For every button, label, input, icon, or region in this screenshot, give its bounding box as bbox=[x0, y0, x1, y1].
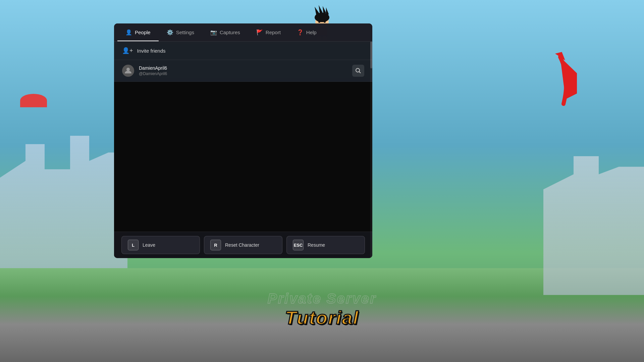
tab-captures[interactable]: 📷 Captures bbox=[202, 23, 248, 41]
nav-tabs: 👤 People ⚙️ Settings 📷 Captures 🚩 Report… bbox=[114, 23, 372, 42]
bottom-buttons: L Leave R Reset Character ESC Resume bbox=[114, 232, 372, 258]
resume-key-badge: ESC bbox=[293, 240, 304, 250]
svg-point-14 bbox=[126, 68, 130, 71]
bg-umbrella bbox=[20, 94, 47, 107]
svg-point-5 bbox=[315, 13, 329, 22]
reset-label: Reset Character bbox=[225, 242, 259, 248]
svg-line-16 bbox=[359, 72, 361, 73]
resume-button[interactable]: ESC Resume bbox=[286, 236, 365, 254]
resume-label: Resume bbox=[308, 242, 325, 248]
invite-icon: 👤+ bbox=[122, 47, 133, 54]
tab-captures-label: Captures bbox=[220, 29, 240, 35]
help-icon: ❓ bbox=[297, 30, 304, 35]
tab-help-label: Help bbox=[306, 29, 317, 35]
svg-point-7 bbox=[324, 21, 326, 23]
reset-key-badge: R bbox=[210, 240, 221, 250]
tab-people[interactable]: 👤 People bbox=[117, 23, 159, 41]
report-icon: 🚩 bbox=[256, 30, 263, 35]
invite-text: Invite friends bbox=[137, 48, 166, 54]
user-info: DamienApril6 @DamienApril6 bbox=[139, 65, 347, 76]
tab-people-label: People bbox=[135, 29, 151, 35]
leave-button[interactable]: L Leave bbox=[121, 236, 200, 254]
watermark: Private Server Tutorial bbox=[268, 291, 377, 328]
user-handle: @DamienApril6 bbox=[139, 71, 347, 76]
main-panel: 👤 People ⚙️ Settings 📷 Captures 🚩 Report… bbox=[114, 23, 372, 258]
user-row[interactable]: DamienApril6 @DamienApril6 bbox=[114, 60, 372, 82]
tab-settings-label: Settings bbox=[176, 29, 194, 35]
tab-report[interactable]: 🚩 Report bbox=[248, 23, 289, 41]
watermark-line2: Tutorial bbox=[268, 307, 377, 328]
svg-point-15 bbox=[356, 68, 360, 72]
svg-point-6 bbox=[318, 21, 320, 23]
tab-report-label: Report bbox=[266, 29, 281, 35]
invite-friends-row[interactable]: 👤+ Invite friends bbox=[114, 42, 372, 60]
watermark-line1: Private Server bbox=[268, 291, 377, 307]
tab-settings[interactable]: ⚙️ Settings bbox=[159, 23, 202, 41]
user-name: DamienApril6 bbox=[139, 65, 347, 71]
people-icon: 👤 bbox=[125, 30, 132, 35]
avatar bbox=[122, 65, 134, 77]
settings-icon: ⚙️ bbox=[167, 30, 173, 35]
captures-icon: 📷 bbox=[210, 30, 217, 35]
content-area bbox=[114, 82, 372, 232]
scrollbar-thumb bbox=[370, 42, 372, 68]
tab-help[interactable]: ❓ Help bbox=[289, 23, 325, 41]
scrollbar[interactable] bbox=[370, 42, 372, 258]
leave-key-badge: L bbox=[128, 240, 139, 250]
reset-character-button[interactable]: R Reset Character bbox=[204, 236, 282, 254]
search-user-button[interactable] bbox=[352, 65, 364, 77]
leave-label: Leave bbox=[143, 242, 155, 248]
panel-content: 👤+ Invite friends DamienApril6 @DamienAp… bbox=[114, 42, 372, 258]
